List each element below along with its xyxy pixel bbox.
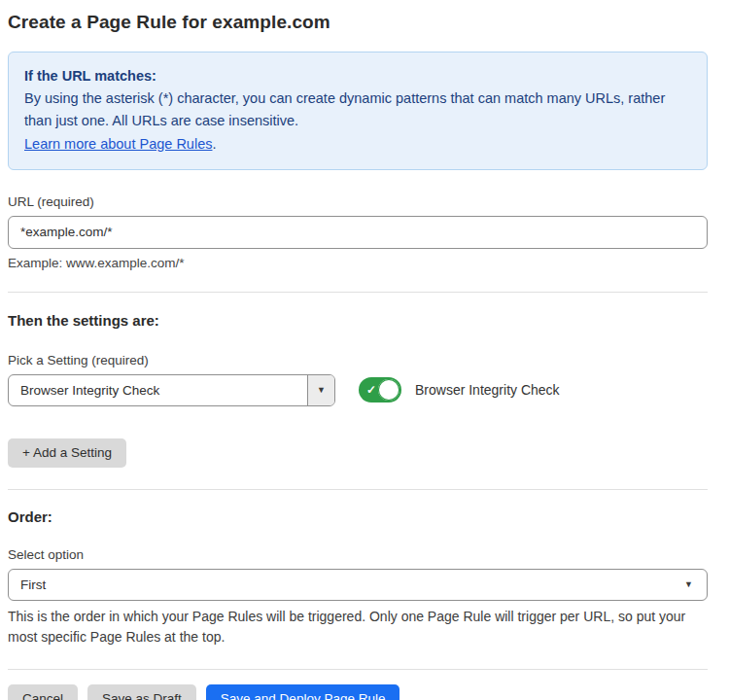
page-title: Create a Page Rule for example.com bbox=[8, 12, 708, 33]
divider bbox=[8, 489, 708, 490]
divider bbox=[8, 292, 708, 293]
toggle-knob bbox=[378, 379, 399, 401]
setting-select[interactable]: Browser Integrity Check ▼ bbox=[8, 374, 335, 406]
order-section-heading: Order: bbox=[8, 508, 708, 525]
order-select-label: Select option bbox=[8, 547, 708, 562]
info-box-heading: If the URL matches: bbox=[24, 65, 691, 88]
setting-select-value: Browser Integrity Check bbox=[9, 383, 307, 398]
toggle-label: Browser Integrity Check bbox=[415, 382, 560, 398]
check-icon: ✓ bbox=[366, 383, 376, 397]
chevron-down-icon: ▼ bbox=[684, 580, 693, 589]
url-input[interactable] bbox=[8, 216, 708, 249]
order-select[interactable]: First ▼ bbox=[8, 569, 708, 601]
add-setting-button[interactable]: + Add a Setting bbox=[8, 438, 126, 468]
cancel-button[interactable]: Cancel bbox=[8, 684, 78, 700]
setting-picker-label: Pick a Setting (required) bbox=[8, 353, 708, 368]
link-suffix: . bbox=[212, 136, 216, 152]
info-box-body: By using the asterisk (*) character, you… bbox=[24, 88, 691, 132]
setting-row: Browser Integrity Check ▼ ✓ Browser Inte… bbox=[8, 374, 708, 406]
url-example-helper: Example: www.example.com/* bbox=[8, 256, 708, 270]
url-match-info-box: If the URL matches: By using the asteris… bbox=[8, 52, 708, 170]
settings-section-heading: Then the settings are: bbox=[8, 312, 708, 329]
chevron-down-icon: ▼ bbox=[317, 386, 326, 395]
divider bbox=[8, 669, 708, 670]
save-as-draft-button[interactable]: Save as Draft bbox=[87, 684, 196, 700]
setting-select-arrow-button[interactable]: ▼ bbox=[307, 375, 334, 405]
order-select-value: First bbox=[9, 578, 707, 592]
info-box-link-line: Learn more about Page Rules. bbox=[24, 133, 691, 156]
save-and-deploy-button[interactable]: Save and Deploy Page Rule bbox=[206, 684, 400, 700]
learn-more-link[interactable]: Learn more about Page Rules bbox=[24, 136, 212, 152]
url-field-label: URL (required) bbox=[8, 194, 708, 209]
order-helper-text: This is the order in which your Page Rul… bbox=[8, 607, 708, 648]
create-page-rule-form: Create a Page Rule for example.com If th… bbox=[0, 0, 729, 700]
browser-integrity-toggle[interactable]: ✓ bbox=[359, 377, 401, 402]
footer-buttons: Cancel Save as Draft Save and Deploy Pag… bbox=[8, 684, 708, 700]
